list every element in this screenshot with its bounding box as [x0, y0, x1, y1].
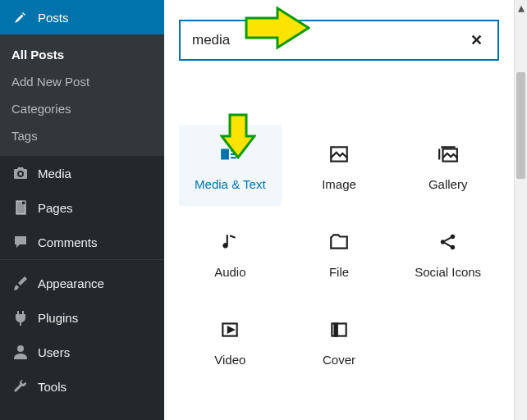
plug-icon: [11, 308, 30, 326]
blocks-grid: Media & Text Image Gallery: [179, 125, 499, 381]
block-search-box[interactable]: ✕: [179, 20, 499, 61]
block-label: File: [329, 265, 349, 279]
admin-sidebar: Posts All Posts Add New Post Categories …: [0, 0, 164, 420]
block-label: Video: [214, 353, 245, 367]
image-icon: [328, 143, 350, 166]
block-search-input[interactable]: [192, 32, 467, 48]
share-icon: [438, 231, 459, 253]
sidebar-item-appearance[interactable]: Appearance: [0, 266, 164, 300]
sidebar-item-users[interactable]: Users: [0, 335, 164, 369]
camera-icon: [11, 164, 30, 182]
sidebar-item-plugins[interactable]: Plugins: [0, 300, 164, 335]
block-label: Audio: [214, 265, 245, 279]
block-video[interactable]: Video: [179, 300, 282, 381]
block-audio[interactable]: Audio: [179, 212, 282, 294]
annotation-arrow-right: [245, 5, 310, 51]
wrench-icon: [11, 377, 30, 395]
sidebar-item-tools[interactable]: Tools: [0, 369, 164, 404]
block-label: Gallery: [428, 177, 468, 191]
sidebar-label: Comments: [38, 235, 98, 249]
sidebar-item-pages[interactable]: Pages: [0, 190, 164, 225]
sidebar-item-media[interactable]: Media: [0, 156, 164, 190]
gallery-icon: [438, 143, 459, 166]
block-social-icons[interactable]: Social Icons: [396, 212, 499, 294]
svg-marker-12: [228, 327, 234, 333]
annotation-arrow-down: [220, 113, 256, 159]
block-label: Cover: [323, 353, 355, 367]
block-label: Image: [322, 177, 356, 191]
sidebar-submenu: All Posts Add New Post Categories Tags: [0, 34, 164, 156]
block-cover[interactable]: Cover: [288, 300, 391, 381]
block-label: Media & Text: [195, 177, 265, 191]
sidebar-sub-categories[interactable]: Categories: [0, 95, 164, 122]
brush-icon: [11, 274, 30, 292]
block-image[interactable]: Image: [288, 125, 391, 206]
sidebar-label: Pages: [38, 201, 73, 215]
svg-rect-14: [335, 323, 337, 336]
comment-icon: [11, 233, 30, 251]
cover-icon: [328, 318, 350, 341]
sidebar-label: Plugins: [38, 311, 78, 325]
sidebar-label: Media: [38, 167, 71, 180]
clear-search-button[interactable]: ✕: [467, 31, 486, 49]
main-panel: ✕ Media & Text: [164, 0, 527, 420]
sidebar-item-posts[interactable]: Posts: [0, 0, 164, 34]
scrollbar[interactable]: ▴: [514, 0, 527, 420]
block-file[interactable]: File: [288, 212, 391, 294]
sidebar-sub-add-new[interactable]: Add New Post: [0, 68, 164, 95]
sidebar-label: Appearance: [38, 276, 104, 290]
audio-icon: [219, 231, 241, 253]
block-gallery[interactable]: Gallery: [396, 125, 499, 206]
sidebar-sub-tags[interactable]: Tags: [0, 122, 164, 149]
sidebar-sub-all-posts[interactable]: All Posts: [0, 41, 164, 68]
sidebar-label: Users: [38, 345, 70, 359]
sidebar-separator: [0, 259, 164, 266]
scroll-up-button[interactable]: ▴: [515, 0, 527, 15]
pushpin-icon: [11, 8, 30, 26]
block-label: Social Icons: [415, 265, 481, 279]
user-icon: [11, 343, 30, 361]
page-icon: [11, 199, 30, 217]
inserter-panel: ✕ Media & Text: [164, 0, 514, 420]
svg-point-1: [17, 345, 24, 352]
sidebar-label: Tools: [38, 380, 66, 394]
scroll-thumb[interactable]: [516, 72, 525, 179]
sidebar-label: Posts: [38, 11, 69, 25]
sidebar-item-comments[interactable]: Comments: [0, 225, 164, 259]
video-icon: [219, 318, 241, 341]
file-icon: [328, 231, 350, 253]
